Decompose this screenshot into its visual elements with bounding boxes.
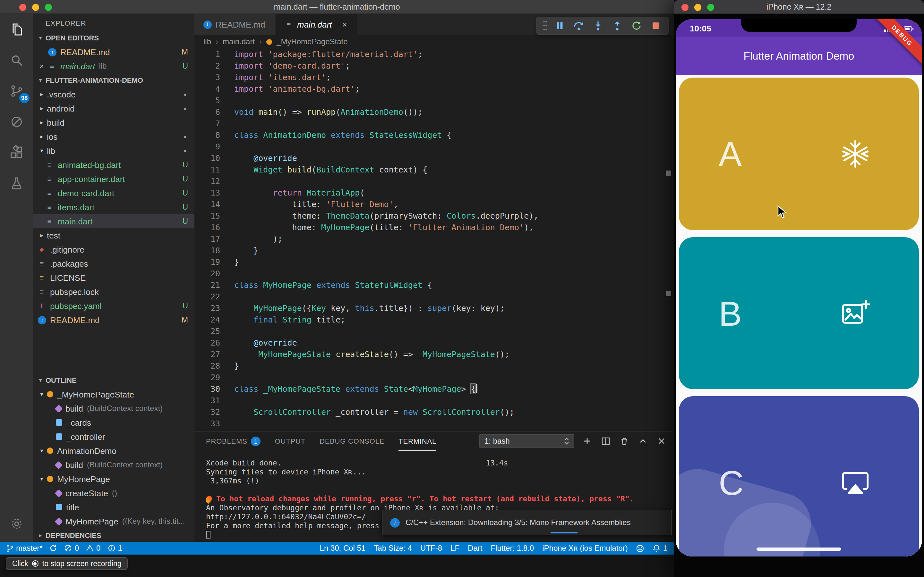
code-line[interactable]: 22 [194, 291, 674, 303]
close-panel-button[interactable] [656, 435, 667, 447]
status-errors[interactable]: 0 [65, 544, 79, 553]
status-cursor-position[interactable]: Ln 30, Col 51 [320, 544, 366, 553]
code-line[interactable]: 31 [194, 395, 674, 406]
code-line[interactable]: 17 ); [194, 234, 674, 245]
tree-item[interactable]: ▸.vscode● [33, 87, 194, 101]
line-number[interactable]: 8 [194, 129, 220, 141]
new-terminal-button[interactable] [582, 435, 593, 447]
panel-tab-problems[interactable]: PROBLEMS1 [206, 432, 261, 451]
simulator-titlebar[interactable]: iPhone Xʀ — 12.2 [674, 0, 924, 14]
drag-handle[interactable] [541, 21, 549, 31]
close-icon[interactable]: × [342, 19, 347, 29]
code-line[interactable]: 14 title: 'Flutter Demo', [194, 199, 674, 210]
split-terminal-button[interactable] [600, 435, 612, 447]
activity-test[interactable] [0, 168, 33, 199]
activity-debug[interactable] [0, 106, 33, 137]
code-line[interactable]: 11 Widget build(BuildContext context) { [194, 164, 674, 176]
code-line[interactable]: 32 ScrollController _controller = new Sc… [194, 406, 674, 418]
code-line[interactable]: 7 [194, 118, 674, 129]
line-number[interactable]: 3 [194, 72, 220, 83]
kill-terminal-button[interactable] [619, 435, 630, 447]
line-number[interactable]: 26 [194, 337, 220, 349]
outline-item[interactable]: _cards [33, 416, 194, 430]
code-line[interactable]: 26 @override [194, 337, 674, 349]
activity-explorer[interactable] [0, 14, 33, 45]
open-editors-header[interactable]: ▾OPEN EDITORS [33, 31, 194, 45]
dependencies-header[interactable]: ▸DEPENDENCIES [33, 528, 194, 542]
code-editor[interactable]: 1import 'package:flutter/material.dart';… [194, 49, 674, 431]
app-body[interactable]: ABC [676, 75, 922, 556]
tree-header[interactable]: ▾FLUTTER-ANIMATION-DEMO [33, 73, 194, 87]
code-line[interactable]: 15 theme: ThemeData(primarySwatch: Color… [194, 210, 674, 222]
line-number[interactable]: 29 [194, 372, 220, 384]
code-line[interactable]: 19} [194, 256, 674, 268]
line-number[interactable]: 17 [194, 234, 220, 245]
line-number[interactable]: 27 [194, 349, 220, 360]
status-encoding[interactable]: UTF-8 [420, 544, 442, 553]
pause-button[interactable] [551, 18, 568, 33]
tree-item[interactable]: ≡LICENSE [33, 271, 194, 285]
code-line[interactable]: 12 [194, 176, 674, 187]
status-flutter-version[interactable]: Flutter: 1.8.0 [491, 544, 534, 553]
card-b[interactable]: B [679, 237, 919, 389]
open-editor-item[interactable]: ×≡main.dartlibU [33, 59, 194, 73]
status-language-mode[interactable]: Dart [468, 544, 482, 553]
line-number[interactable]: 25 [194, 326, 220, 337]
outline-item[interactable]: ▾AnimationDemo [33, 444, 194, 458]
line-number[interactable]: 19 [194, 256, 220, 268]
code-line[interactable]: 2import 'demo-card.dart'; [194, 60, 674, 72]
panel-tab-debug-console[interactable]: DEBUG CONSOLE [320, 432, 384, 451]
code-line[interactable]: 28} [194, 360, 674, 372]
terminal-shell-select[interactable]: 1: bash [479, 434, 574, 448]
outline-item[interactable]: MyHomePage({Key key, this.tit... [33, 514, 194, 528]
line-number[interactable]: 20 [194, 268, 220, 279]
outline-item[interactable]: build(BuildContext context) [33, 401, 194, 416]
maximize-panel-button[interactable] [637, 435, 649, 447]
line-number[interactable]: 15 [194, 210, 220, 222]
code-line[interactable]: 21class MyHomePage extends StatefulWidge… [194, 279, 674, 291]
code-line[interactable]: 33 [194, 418, 674, 430]
line-number[interactable]: 9 [194, 141, 220, 153]
tree-item[interactable]: ▸ios● [33, 129, 194, 143]
line-number[interactable]: 16 [194, 222, 220, 234]
status-feedback[interactable] [636, 544, 645, 552]
code-line[interactable]: 4import 'animated-bg.dart'; [194, 83, 674, 95]
line-number[interactable]: 22 [194, 291, 220, 303]
tab-README.md[interactable]: iREADME.md [194, 14, 275, 35]
status-git-branch[interactable]: master* [6, 544, 43, 553]
outline-item[interactable]: createState() [33, 486, 194, 500]
tree-item[interactable]: ◆.gitignore [33, 242, 194, 256]
outline-header[interactable]: ▾OUTLINE [33, 373, 194, 387]
line-number[interactable]: 18 [194, 245, 220, 256]
activity-settings[interactable] [0, 510, 33, 538]
restart-button[interactable] [628, 18, 645, 33]
code-line[interactable]: 27 _MyHomePageState createState() => _My… [194, 349, 674, 360]
home-indicator[interactable] [756, 548, 841, 551]
tree-item[interactable]: ≡items.dartU [33, 200, 194, 214]
code-line[interactable]: 9 [194, 141, 674, 153]
activity-extensions[interactable] [0, 137, 33, 168]
line-number[interactable]: 28 [194, 360, 220, 372]
vscode-titlebar[interactable]: main.dart — flutter-animation-demo [0, 0, 674, 14]
code-line[interactable]: 10 @override [194, 153, 674, 164]
code-line[interactable]: 13 return MaterialApp( [194, 187, 674, 199]
line-number[interactable]: 30 [194, 384, 220, 395]
tree-item[interactable]: ≡.packages [33, 256, 194, 271]
line-number[interactable]: 33 [194, 418, 220, 430]
step-over-button[interactable] [570, 18, 587, 33]
line-number[interactable]: 31 [194, 395, 220, 406]
panel-tab-terminal[interactable]: TERMINAL [399, 432, 436, 451]
tree-item[interactable]: ≡main.dartU [33, 214, 194, 228]
tree-item[interactable]: ≡pubspec.lock [33, 285, 194, 299]
status-tab-size[interactable]: Tab Size: 4 [374, 544, 412, 553]
line-number[interactable]: 23 [194, 303, 220, 314]
line-number[interactable]: 13 [194, 187, 220, 199]
breadcrumb-item[interactable]: main.dart [223, 37, 255, 46]
stop-button[interactable] [647, 18, 664, 33]
line-number[interactable]: 12 [194, 176, 220, 187]
line-number[interactable]: 24 [194, 314, 220, 326]
panel-tab-output[interactable]: OUTPUT [275, 432, 305, 451]
tree-item[interactable]: !pubspec.yamlU [33, 299, 194, 313]
breadcrumb-item[interactable]: _MyHomePageState [276, 37, 347, 46]
line-number[interactable]: 14 [194, 199, 220, 210]
